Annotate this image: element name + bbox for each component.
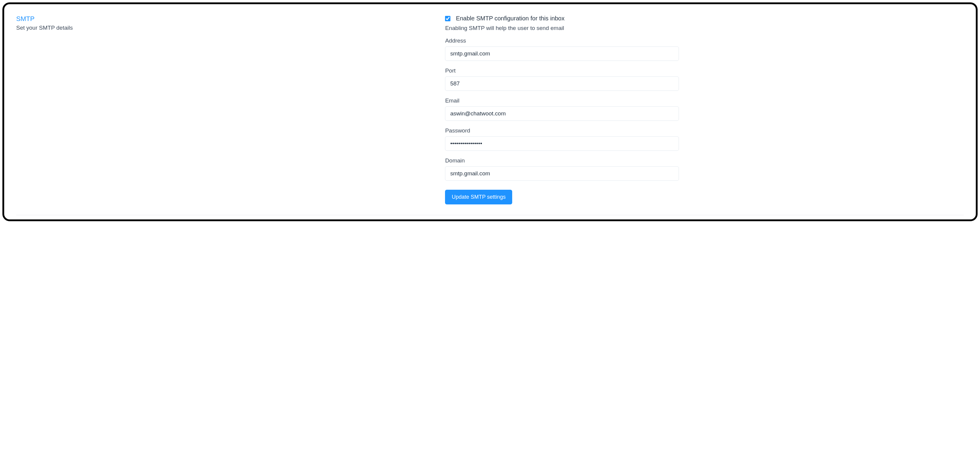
port-label: Port [445, 67, 679, 74]
settings-section-header: SMTP Set your SMTP details [16, 15, 433, 205]
password-input[interactable] [445, 136, 679, 151]
domain-label: Domain [445, 157, 679, 164]
address-input[interactable] [445, 46, 679, 61]
enable-smtp-label: Enable SMTP configuration for this inbox [456, 15, 564, 22]
enable-smtp-hint: Enabling SMTP will help the user to send… [445, 25, 679, 32]
divider [16, 215, 964, 215]
port-input[interactable] [445, 76, 679, 91]
section-title: SMTP [16, 15, 433, 23]
address-label: Address [445, 38, 679, 44]
password-label: Password [445, 127, 679, 134]
email-input[interactable] [445, 106, 679, 121]
email-label: Email [445, 97, 679, 104]
section-subtitle: Set your SMTP details [16, 25, 433, 31]
domain-input[interactable] [445, 167, 679, 181]
update-smtp-button[interactable]: Update SMTP settings [445, 190, 512, 205]
enable-smtp-checkbox[interactable] [445, 16, 450, 21]
smtp-form: Enable SMTP configuration for this inbox… [445, 15, 679, 205]
